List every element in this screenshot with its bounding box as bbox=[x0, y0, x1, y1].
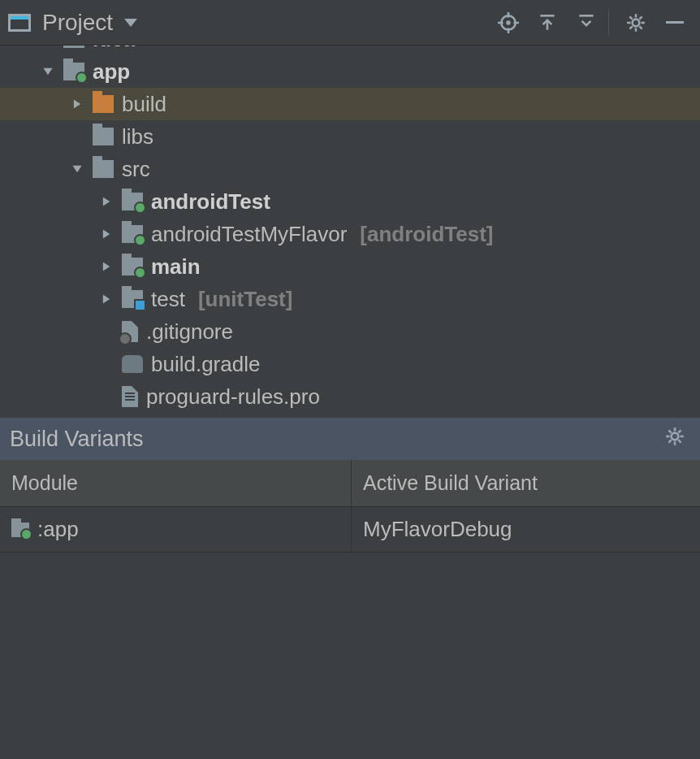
view-dropdown-icon[interactable] bbox=[124, 19, 137, 27]
chevron-right-icon[interactable] bbox=[99, 196, 114, 207]
module-name: :app bbox=[37, 517, 79, 542]
node-label: androidTest bbox=[151, 189, 270, 215]
tree-row-clipped: Idea bbox=[0, 46, 700, 55]
locate-icon[interactable] bbox=[491, 6, 525, 40]
node-label: src bbox=[122, 157, 150, 182]
chevron-right-icon[interactable] bbox=[99, 261, 114, 272]
svg-marker-25 bbox=[103, 262, 110, 271]
svg-line-15 bbox=[629, 16, 632, 19]
gear-icon[interactable] bbox=[619, 6, 653, 40]
svg-marker-22 bbox=[72, 166, 81, 172]
node-label: androidTestMyFlavor bbox=[151, 222, 347, 247]
folder-icon bbox=[93, 128, 114, 145]
chevron-down-icon[interactable] bbox=[70, 163, 84, 175]
node-label: main bbox=[151, 254, 201, 280]
node-suffix: [androidTest] bbox=[360, 222, 493, 247]
tree-row-libs[interactable]: libs bbox=[0, 120, 700, 153]
text-file-icon bbox=[122, 386, 138, 407]
svg-line-16 bbox=[639, 26, 642, 28]
svg-line-34 bbox=[668, 440, 671, 442]
svg-line-35 bbox=[678, 430, 681, 432]
node-label: app bbox=[93, 59, 130, 85]
expand-all-icon[interactable] bbox=[530, 6, 564, 40]
build-folder-icon bbox=[93, 95, 114, 113]
node-label: build.gradle bbox=[151, 352, 260, 377]
tree-row-gitignore[interactable]: .gitignore bbox=[0, 315, 700, 348]
minimize-icon[interactable] bbox=[658, 6, 692, 40]
tree-row-main[interactable]: main bbox=[0, 250, 700, 283]
svg-marker-20 bbox=[43, 68, 52, 75]
toolbar-divider bbox=[608, 10, 609, 36]
svg-marker-26 bbox=[103, 294, 110, 303]
sourceset-folder-icon bbox=[122, 225, 143, 243]
node-suffix: [unitTest] bbox=[198, 287, 293, 312]
tree-row-app[interactable]: app bbox=[0, 55, 700, 88]
svg-marker-24 bbox=[103, 229, 110, 238]
col-header-module: Module bbox=[0, 460, 351, 506]
svg-line-32 bbox=[668, 430, 671, 432]
tree-row-test[interactable]: test [unitTest] bbox=[0, 283, 700, 315]
chevron-down-icon[interactable] bbox=[41, 66, 55, 77]
build-variants-header: Build Variants bbox=[0, 418, 700, 460]
svg-point-27 bbox=[672, 432, 679, 440]
svg-line-33 bbox=[678, 440, 681, 442]
variants-table-row[interactable]: :app MyFlavorDebug bbox=[0, 507, 700, 553]
node-label: libs bbox=[122, 124, 153, 150]
panel-title: Build Variants bbox=[10, 427, 144, 452]
node-label: build bbox=[122, 92, 166, 117]
node-label: .gitignore bbox=[146, 319, 233, 345]
gear-icon[interactable] bbox=[664, 426, 685, 453]
node-label: test bbox=[151, 287, 185, 312]
tree-row-buildgradle[interactable]: build.gradle bbox=[0, 348, 700, 380]
project-window-icon bbox=[8, 14, 31, 32]
variants-table-header: Module Active Build Variant bbox=[0, 460, 700, 507]
chevron-right-icon[interactable] bbox=[70, 98, 84, 110]
cell-active-variant[interactable]: MyFlavorDebug bbox=[351, 507, 700, 552]
svg-line-18 bbox=[639, 16, 642, 19]
svg-marker-21 bbox=[74, 99, 80, 108]
module-folder-icon bbox=[63, 63, 84, 80]
module-folder-icon bbox=[11, 523, 29, 537]
sourceset-folder-icon bbox=[122, 193, 143, 210]
variants-empty-area bbox=[0, 553, 700, 759]
project-tree: Idea app build libs src androidTest andr… bbox=[0, 46, 700, 413]
svg-line-17 bbox=[629, 26, 632, 28]
test-folder-icon bbox=[122, 290, 143, 308]
collapse-all-icon[interactable] bbox=[569, 6, 603, 40]
tree-row-src[interactable]: src bbox=[0, 153, 700, 185]
svg-point-5 bbox=[506, 20, 510, 24]
sourceset-folder-icon bbox=[122, 258, 143, 275]
variant-value: MyFlavorDebug bbox=[363, 517, 512, 542]
cell-module: :app bbox=[0, 507, 351, 552]
col-header-variant: Active Build Variant bbox=[351, 460, 700, 506]
gradle-file-icon bbox=[122, 355, 143, 373]
node-label: proguard-rules.pro bbox=[146, 384, 320, 410]
gitignore-file-icon bbox=[122, 321, 138, 342]
tree-row-androidtest[interactable]: androidTest bbox=[0, 185, 700, 218]
chevron-right-icon[interactable] bbox=[99, 293, 114, 305]
svg-point-10 bbox=[633, 19, 640, 26]
tree-row-androidtestmyflavor[interactable]: androidTestMyFlavor [androidTest] bbox=[0, 218, 700, 250]
folder-icon bbox=[93, 160, 114, 178]
tree-row-build[interactable]: build bbox=[0, 88, 700, 120]
chevron-right-icon[interactable] bbox=[99, 228, 114, 240]
svg-marker-23 bbox=[103, 197, 110, 206]
panel-title[interactable]: Project bbox=[42, 10, 113, 36]
tree-row-proguard[interactable]: proguard-rules.pro bbox=[0, 380, 700, 413]
project-toolbar: Project bbox=[0, 0, 700, 46]
